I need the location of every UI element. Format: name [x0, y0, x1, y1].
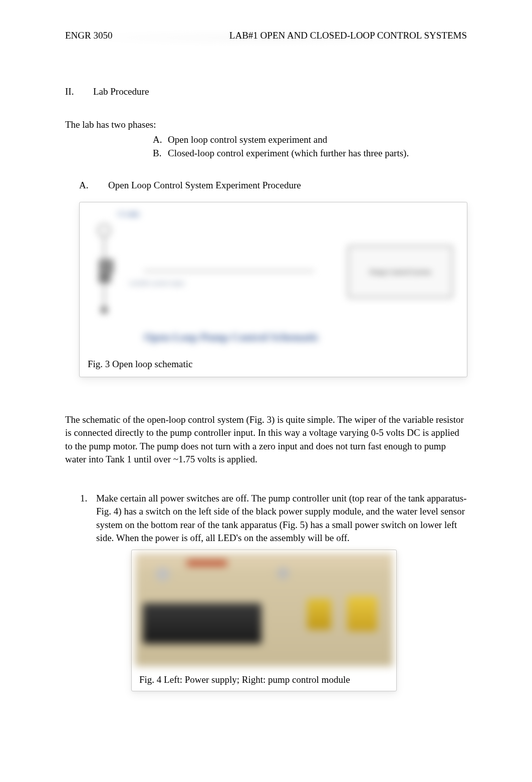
figure-3-schematic: +5 volts variable system input Pump Cont… — [84, 206, 463, 352]
sub-section-title: Open Loop Control System Experiment Proc… — [108, 180, 301, 191]
phase-letter: B. — [153, 147, 168, 160]
fig4-red-element — [187, 560, 227, 566]
fig3-input-label: variable system input — [129, 279, 184, 287]
phase-item: A. Open loop control system experiment a… — [153, 133, 467, 147]
figure-3-caption: Fig. 3 Open loop schematic — [84, 352, 463, 370]
phase-letter: A. — [153, 133, 168, 147]
sub-section-heading: A. Open Loop Control System Experiment P… — [79, 180, 467, 191]
procedure-step: 1. Make certain all power switches are o… — [80, 492, 467, 691]
fig4-caption-left: Fig. 4 Left: Power supply; — [139, 674, 239, 685]
fig3-schematic-title: Open-Loop Pump Control Schematic — [144, 331, 319, 344]
phase-text: Closed-loop control experiment (which fu… — [168, 147, 409, 160]
header-left: ENGR 3050 — [65, 30, 112, 41]
fig4-module-icon — [347, 596, 377, 631]
sub-section-letter: A. — [79, 180, 108, 191]
fig4-caption-right: Right: pump control module — [242, 674, 350, 685]
page-header: ENGR 3050 LAB#1 OPEN AND CLOSED-LOOP CON… — [65, 30, 467, 41]
step-text: Make certain all power switches are off.… — [96, 493, 467, 543]
fig4-knob-icon — [156, 567, 170, 581]
section-number: II. — [65, 86, 93, 97]
phase-item: B. Closed-loop control experiment (which… — [153, 147, 467, 160]
header-right: LAB#1 OPEN AND CLOSED-LOOP CONTROL SYSTE… — [229, 30, 467, 41]
fig3-resistor-icon — [99, 259, 114, 274]
fig3-terminal-icon — [98, 224, 111, 237]
section-heading: II. Lab Procedure — [65, 86, 467, 97]
fig3-wiper-icon — [99, 274, 111, 283]
procedure-step-list: 1. Make certain all power switches are o… — [80, 492, 467, 691]
body-paragraph: The schematic of the open-loop control s… — [65, 413, 467, 466]
section-title: Lab Procedure — [93, 86, 149, 97]
figure-4-frame: Fig. 4 Left: Power supply; Right: pump c… — [131, 550, 397, 691]
fig3-ground-icon — [101, 307, 108, 314]
intro-text: The lab has two phases: — [65, 119, 467, 130]
phase-list: A. Open loop control system experiment a… — [153, 133, 467, 160]
figure-4-photo — [135, 554, 393, 666]
phase-text: Open loop control system experiment and — [168, 133, 327, 147]
fig3-pump-box: Pump Control System — [348, 245, 453, 298]
figure-3-frame: +5 volts variable system input Pump Cont… — [79, 202, 467, 377]
figure-4-caption: Fig. 4 Left: Power supply; Right: pump c… — [135, 666, 393, 687]
fig4-power-supply — [143, 603, 261, 644]
fig3-wire-horizontal — [144, 271, 314, 272]
step-number: 1. — [80, 492, 96, 691]
fig4-knob-icon — [277, 567, 289, 579]
fig3-voltage-label: +5 volts — [116, 210, 139, 218]
fig4-module-icon — [307, 599, 331, 630]
